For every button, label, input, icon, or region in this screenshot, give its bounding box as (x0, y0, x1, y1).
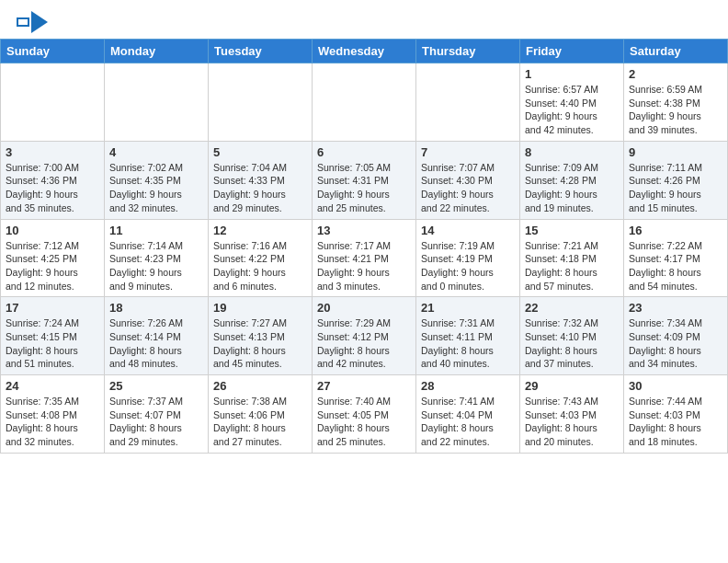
calendar-day-cell: 8Sunrise: 7:09 AM Sunset: 4:28 PM Daylig… (520, 141, 624, 219)
day-number: 11 (109, 224, 203, 237)
day-info: Sunrise: 7:22 AM Sunset: 4:17 PM Dayligh… (629, 239, 722, 293)
logo-box (17, 17, 29, 27)
calendar-day-cell: 19Sunrise: 7:27 AM Sunset: 4:13 PM Dayli… (209, 297, 313, 375)
day-number: 22 (525, 301, 619, 315)
calendar-day-cell: 4Sunrise: 7:02 AM Sunset: 4:35 PM Daylig… (105, 141, 209, 219)
day-number: 25 (109, 379, 203, 393)
day-info: Sunrise: 7:05 AM Sunset: 4:31 PM Dayligh… (317, 161, 411, 215)
day-number: 16 (629, 224, 722, 237)
day-of-week-header: Tuesday (209, 40, 313, 63)
calendar-header-row: SundayMondayTuesdayWednesdayThursdayFrid… (1, 40, 728, 63)
calendar-day-cell: 27Sunrise: 7:40 AM Sunset: 4:05 PM Dayli… (313, 375, 416, 454)
calendar-day-cell (209, 63, 313, 142)
day-number: 1 (525, 67, 619, 81)
calendar-day-cell (416, 63, 520, 142)
day-info: Sunrise: 7:40 AM Sunset: 4:05 PM Dayligh… (317, 395, 411, 449)
day-info: Sunrise: 7:44 AM Sunset: 4:03 PM Dayligh… (629, 395, 722, 449)
day-number: 17 (6, 301, 99, 315)
day-info: Sunrise: 7:14 AM Sunset: 4:23 PM Dayligh… (109, 239, 203, 293)
calendar-day-cell: 1Sunrise: 6:57 AM Sunset: 4:40 PM Daylig… (520, 63, 624, 142)
calendar-day-cell: 17Sunrise: 7:24 AM Sunset: 4:15 PM Dayli… (1, 297, 105, 375)
day-info: Sunrise: 7:11 AM Sunset: 4:26 PM Dayligh… (629, 161, 722, 215)
day-number: 10 (6, 224, 99, 237)
day-info: Sunrise: 7:17 AM Sunset: 4:21 PM Dayligh… (317, 239, 411, 293)
day-info: Sunrise: 7:09 AM Sunset: 4:28 PM Dayligh… (525, 161, 619, 215)
day-number: 27 (317, 379, 411, 393)
page-header (0, 0, 728, 39)
calendar-day-cell: 9Sunrise: 7:11 AM Sunset: 4:26 PM Daylig… (624, 141, 728, 219)
calendar-day-cell (1, 63, 105, 142)
day-info: Sunrise: 7:43 AM Sunset: 4:03 PM Dayligh… (525, 395, 619, 449)
logo-chevron-icon (31, 11, 48, 33)
calendar-day-cell: 13Sunrise: 7:17 AM Sunset: 4:21 PM Dayli… (313, 219, 416, 297)
calendar-week-row: 3Sunrise: 7:00 AM Sunset: 4:36 PM Daylig… (1, 141, 728, 219)
day-info: Sunrise: 6:57 AM Sunset: 4:40 PM Dayligh… (525, 83, 619, 137)
calendar-week-row: 17Sunrise: 7:24 AM Sunset: 4:15 PM Dayli… (1, 297, 728, 375)
calendar-day-cell: 6Sunrise: 7:05 AM Sunset: 4:31 PM Daylig… (313, 141, 416, 219)
day-number: 28 (421, 379, 515, 393)
logo (17, 11, 48, 33)
calendar-day-cell: 22Sunrise: 7:32 AM Sunset: 4:10 PM Dayli… (520, 297, 624, 375)
day-number: 7 (421, 145, 515, 159)
day-number: 20 (317, 301, 411, 315)
calendar-week-row: 1Sunrise: 6:57 AM Sunset: 4:40 PM Daylig… (1, 63, 728, 142)
day-info: Sunrise: 7:21 AM Sunset: 4:18 PM Dayligh… (525, 239, 619, 293)
day-number: 23 (629, 301, 722, 315)
day-number: 4 (109, 145, 203, 159)
day-info: Sunrise: 7:37 AM Sunset: 4:07 PM Dayligh… (109, 395, 203, 449)
calendar-table: SundayMondayTuesdayWednesdayThursdayFrid… (0, 39, 728, 454)
calendar-day-cell: 29Sunrise: 7:43 AM Sunset: 4:03 PM Dayli… (520, 375, 624, 454)
day-info: Sunrise: 7:41 AM Sunset: 4:04 PM Dayligh… (421, 395, 515, 449)
calendar-day-cell: 5Sunrise: 7:04 AM Sunset: 4:33 PM Daylig… (209, 141, 313, 219)
day-number: 14 (421, 224, 515, 237)
day-of-week-header: Thursday (416, 40, 520, 63)
calendar-day-cell: 15Sunrise: 7:21 AM Sunset: 4:18 PM Dayli… (520, 219, 624, 297)
day-number: 12 (213, 224, 307, 237)
calendar-day-cell: 20Sunrise: 7:29 AM Sunset: 4:12 PM Dayli… (313, 297, 416, 375)
day-number: 15 (525, 224, 619, 237)
day-number: 3 (6, 145, 99, 159)
day-info: Sunrise: 7:38 AM Sunset: 4:06 PM Dayligh… (213, 395, 307, 449)
day-info: Sunrise: 6:59 AM Sunset: 4:38 PM Dayligh… (629, 83, 722, 137)
day-info: Sunrise: 7:34 AM Sunset: 4:09 PM Dayligh… (629, 316, 722, 371)
day-number: 30 (629, 379, 722, 393)
day-number: 5 (213, 145, 307, 159)
day-info: Sunrise: 7:27 AM Sunset: 4:13 PM Dayligh… (213, 316, 307, 371)
day-number: 21 (421, 301, 515, 315)
day-of-week-header: Sunday (1, 40, 105, 63)
day-info: Sunrise: 7:32 AM Sunset: 4:10 PM Dayligh… (525, 316, 619, 371)
calendar-day-cell: 10Sunrise: 7:12 AM Sunset: 4:25 PM Dayli… (1, 219, 105, 297)
calendar-week-row: 24Sunrise: 7:35 AM Sunset: 4:08 PM Dayli… (1, 375, 728, 454)
day-info: Sunrise: 7:12 AM Sunset: 4:25 PM Dayligh… (6, 239, 99, 293)
calendar-day-cell: 11Sunrise: 7:14 AM Sunset: 4:23 PM Dayli… (105, 219, 209, 297)
calendar-day-cell: 25Sunrise: 7:37 AM Sunset: 4:07 PM Dayli… (105, 375, 209, 454)
day-info: Sunrise: 7:16 AM Sunset: 4:22 PM Dayligh… (213, 239, 307, 293)
day-of-week-header: Monday (105, 40, 209, 63)
calendar-day-cell: 3Sunrise: 7:00 AM Sunset: 4:36 PM Daylig… (1, 141, 105, 219)
calendar-day-cell: 14Sunrise: 7:19 AM Sunset: 4:19 PM Dayli… (416, 219, 520, 297)
day-info: Sunrise: 7:04 AM Sunset: 4:33 PM Dayligh… (213, 161, 307, 215)
day-info: Sunrise: 7:07 AM Sunset: 4:30 PM Dayligh… (421, 161, 515, 215)
day-info: Sunrise: 7:19 AM Sunset: 4:19 PM Dayligh… (421, 239, 515, 293)
calendar-day-cell: 30Sunrise: 7:44 AM Sunset: 4:03 PM Dayli… (624, 375, 728, 454)
calendar-week-row: 10Sunrise: 7:12 AM Sunset: 4:25 PM Dayli… (1, 219, 728, 297)
day-info: Sunrise: 7:00 AM Sunset: 4:36 PM Dayligh… (6, 161, 99, 215)
day-number: 2 (629, 67, 722, 81)
calendar-day-cell: 28Sunrise: 7:41 AM Sunset: 4:04 PM Dayli… (416, 375, 520, 454)
day-number: 19 (213, 301, 307, 315)
calendar-day-cell: 18Sunrise: 7:26 AM Sunset: 4:14 PM Dayli… (105, 297, 209, 375)
calendar-day-cell: 26Sunrise: 7:38 AM Sunset: 4:06 PM Dayli… (209, 375, 313, 454)
calendar-day-cell: 2Sunrise: 6:59 AM Sunset: 4:38 PM Daylig… (624, 63, 728, 142)
calendar-day-cell: 7Sunrise: 7:07 AM Sunset: 4:30 PM Daylig… (416, 141, 520, 219)
day-info: Sunrise: 7:31 AM Sunset: 4:11 PM Dayligh… (421, 316, 515, 371)
day-number: 8 (525, 145, 619, 159)
calendar-day-cell (313, 63, 416, 142)
day-number: 24 (6, 379, 99, 393)
day-of-week-header: Friday (520, 40, 624, 63)
calendar-day-cell: 21Sunrise: 7:31 AM Sunset: 4:11 PM Dayli… (416, 297, 520, 375)
day-info: Sunrise: 7:35 AM Sunset: 4:08 PM Dayligh… (6, 395, 99, 449)
calendar-day-cell (105, 63, 209, 142)
day-of-week-header: Saturday (624, 40, 728, 63)
calendar-day-cell: 23Sunrise: 7:34 AM Sunset: 4:09 PM Dayli… (624, 297, 728, 375)
day-number: 18 (109, 301, 203, 315)
